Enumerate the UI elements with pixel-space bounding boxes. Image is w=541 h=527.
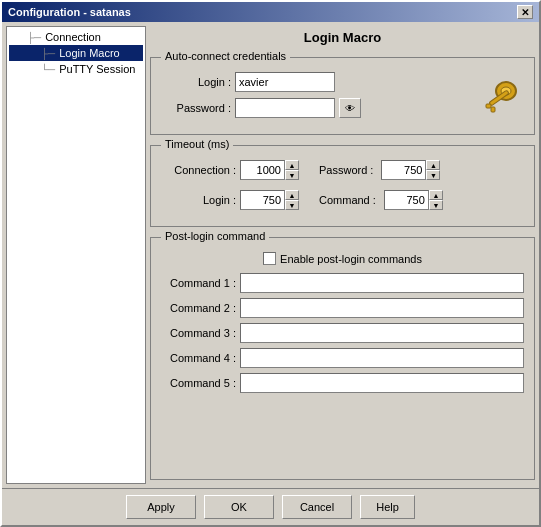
login-input[interactable] bbox=[235, 72, 335, 92]
apply-button[interactable]: Apply bbox=[126, 495, 196, 519]
postlogin-group-legend: Post-login command bbox=[161, 230, 269, 242]
sidebar-item-putty-session[interactable]: └─ PuTTY Session bbox=[9, 61, 143, 77]
close-button[interactable]: ✕ bbox=[517, 5, 533, 19]
command5-row: Command 5 : bbox=[161, 373, 524, 393]
sidebar-item-connection[interactable]: ├─ Connection bbox=[9, 29, 143, 45]
password-timeout-spinner-down[interactable]: ▼ bbox=[426, 170, 440, 180]
connection-spinner-down[interactable]: ▼ bbox=[285, 170, 299, 180]
enable-row: Enable post-login commands bbox=[161, 252, 524, 265]
tree-connector-icon-3: └─ bbox=[41, 64, 55, 75]
credentials-group-box: Auto-connect credentials Login : Passwor… bbox=[150, 57, 535, 135]
sidebar-item-connection-label: Connection bbox=[45, 31, 101, 43]
password-input[interactable] bbox=[235, 98, 335, 118]
timeout-group-box: Timeout (ms) Connection : ▲ ▼ Password : bbox=[150, 145, 535, 227]
tree-connector-icon: ├─ bbox=[27, 32, 41, 43]
login-spinner-btns: ▲ ▼ bbox=[285, 190, 299, 210]
password-timeout-spinner-btns: ▲ ▼ bbox=[426, 160, 440, 180]
sidebar-item-login-macro[interactable]: ├─ Login Macro bbox=[9, 45, 143, 61]
connection-timeout-label: Connection : bbox=[161, 164, 236, 176]
command-timeout-spinner-btns: ▲ ▼ bbox=[429, 190, 443, 210]
command5-input[interactable] bbox=[240, 373, 524, 393]
content-area: ├─ Connection ├─ Login Macro └─ PuTTY Se… bbox=[2, 22, 539, 488]
connection-spinner-up[interactable]: ▲ bbox=[285, 160, 299, 170]
login-timeout-label: Login : bbox=[161, 194, 236, 206]
command2-label: Command 2 : bbox=[161, 302, 236, 314]
credentials-group-legend: Auto-connect credentials bbox=[161, 50, 290, 62]
login-spinner-up[interactable]: ▲ bbox=[285, 190, 299, 200]
command4-row: Command 4 : bbox=[161, 348, 524, 368]
password-timeout-input[interactable] bbox=[381, 160, 426, 180]
command4-input[interactable] bbox=[240, 348, 524, 368]
main-panel: Login Macro Auto-connect credentials Log… bbox=[150, 26, 535, 484]
command3-input[interactable] bbox=[240, 323, 524, 343]
command1-input[interactable] bbox=[240, 273, 524, 293]
sidebar-item-login-macro-label: Login Macro bbox=[59, 47, 120, 59]
connection-timeout-input[interactable] bbox=[240, 160, 285, 180]
connection-spinner-btns: ▲ ▼ bbox=[285, 160, 299, 180]
svg-rect-3 bbox=[486, 104, 491, 108]
password-row: Password : 👁 bbox=[161, 98, 474, 118]
command-timeout-input[interactable] bbox=[384, 190, 429, 210]
ok-button[interactable]: OK bbox=[204, 495, 274, 519]
command3-label: Command 3 : bbox=[161, 327, 236, 339]
timeout-group-legend: Timeout (ms) bbox=[161, 138, 233, 150]
credentials-fields: Login : Password : 👁 bbox=[161, 72, 474, 124]
sidebar-item-putty-session-label: PuTTY Session bbox=[59, 63, 135, 75]
key-icon bbox=[478, 77, 520, 119]
show-password-button[interactable]: 👁 bbox=[339, 98, 361, 118]
eye-icon: 👁 bbox=[345, 103, 355, 114]
password-timeout-label: Password : bbox=[319, 164, 373, 176]
command5-label: Command 5 : bbox=[161, 377, 236, 389]
command4-label: Command 4 : bbox=[161, 352, 236, 364]
command1-row: Command 1 : bbox=[161, 273, 524, 293]
password-timeout-spinner-up[interactable]: ▲ bbox=[426, 160, 440, 170]
enable-postlogin-checkbox[interactable] bbox=[263, 252, 276, 265]
sidebar: ├─ Connection ├─ Login Macro └─ PuTTY Se… bbox=[6, 26, 146, 484]
main-window: Configuration - satanas ✕ ├─ Connection … bbox=[0, 0, 541, 527]
window-title: Configuration - satanas bbox=[8, 6, 131, 18]
command2-row: Command 2 : bbox=[161, 298, 524, 318]
password-timeout-spinner: ▲ ▼ bbox=[381, 160, 440, 180]
bottom-bar: Apply OK Cancel Help bbox=[2, 488, 539, 525]
command-timeout-spinner: ▲ ▼ bbox=[384, 190, 443, 210]
command2-input[interactable] bbox=[240, 298, 524, 318]
command-timeout-spinner-up[interactable]: ▲ bbox=[429, 190, 443, 200]
login-label: Login : bbox=[161, 76, 231, 88]
command3-row: Command 3 : bbox=[161, 323, 524, 343]
login-timeout-input[interactable] bbox=[240, 190, 285, 210]
help-button[interactable]: Help bbox=[360, 495, 415, 519]
login-spinner-down[interactable]: ▼ bbox=[285, 200, 299, 210]
tree-connector-icon-2: ├─ bbox=[41, 48, 55, 59]
command-timeout-spinner-down[interactable]: ▼ bbox=[429, 200, 443, 210]
login-timeout-row: Login : ▲ ▼ Command : ▲ bbox=[161, 190, 524, 210]
title-bar: Configuration - satanas ✕ bbox=[2, 2, 539, 22]
login-row: Login : bbox=[161, 72, 474, 92]
connection-spinner: ▲ ▼ bbox=[240, 160, 299, 180]
postlogin-group-box: Post-login command Enable post-login com… bbox=[150, 237, 535, 480]
connection-timeout-row: Connection : ▲ ▼ Password : bbox=[161, 160, 524, 180]
panel-title: Login Macro bbox=[150, 26, 535, 51]
svg-rect-4 bbox=[491, 107, 495, 112]
command-timeout-label: Command : bbox=[319, 194, 376, 206]
password-label: Password : bbox=[161, 102, 231, 114]
command1-label: Command 1 : bbox=[161, 277, 236, 289]
login-spinner: ▲ ▼ bbox=[240, 190, 299, 210]
key-icon-container bbox=[474, 72, 524, 119]
enable-postlogin-label: Enable post-login commands bbox=[280, 253, 422, 265]
credentials-row: Login : Password : 👁 bbox=[161, 72, 524, 124]
cancel-button[interactable]: Cancel bbox=[282, 495, 352, 519]
